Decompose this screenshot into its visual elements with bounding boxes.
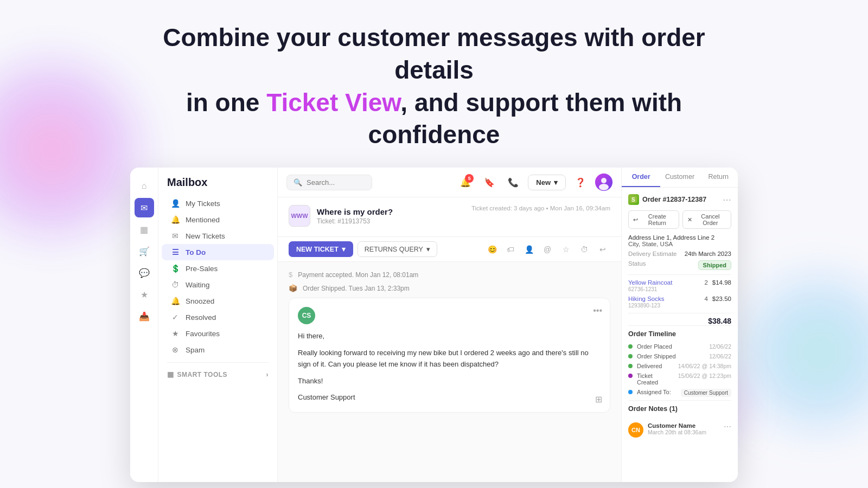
payment-text: Payment accepted. Mon Jan 12, 08:01am <box>298 271 418 279</box>
smart-tools-section[interactable]: ▦ SMART TOOLS › <box>158 367 277 381</box>
mention-icon[interactable]: @ <box>540 242 555 257</box>
cancel-order-label: Cancel Order <box>694 213 726 226</box>
message-text: Hi there, Really looking forward to rece… <box>298 331 601 403</box>
hero-highlight: Ticket View <box>266 88 400 117</box>
order-address: Address Line 1, Address Line 2 City, Sta… <box>628 234 714 247</box>
note-date: March 20th at 08:36am <box>648 429 706 435</box>
sidebar-item-label: Waiting <box>186 281 210 289</box>
order-item-0: Yellow Raincoat 62736-1231 2 $14.98 <box>628 279 731 292</box>
nav-inbox[interactable]: 📥 <box>135 306 154 326</box>
clock-icon[interactable]: ⏱ <box>577 242 592 257</box>
order-item-1: Hiking Socks 1293890-123 4 $23.50 <box>628 296 731 309</box>
timeline-label-1: Order Shipped <box>637 353 705 359</box>
timeline-list: Order Placed 12/06/22 Order Shipped 12/0… <box>628 343 731 397</box>
tab-order[interactable]: Order <box>622 168 660 187</box>
message-header: CS <box>298 307 601 324</box>
item-name-0[interactable]: Yellow Raincoat <box>628 279 700 286</box>
sidebar-item-waiting[interactable]: ⏱ Waiting <box>162 277 274 293</box>
returns-query-label: RETURNS QUERY <box>365 246 423 253</box>
timeline-dot-3 <box>628 374 633 378</box>
my-tickets-icon: 👤 <box>170 199 180 208</box>
sidebar-item-my-tickets[interactable]: 👤 My Tickets <box>162 195 274 211</box>
status-field: Status Shipped <box>628 260 731 270</box>
phone-button[interactable]: 📞 <box>504 173 522 191</box>
sidebar-item-todo[interactable]: ☰ To Do <box>162 244 274 260</box>
sidebar-item-new-tickets[interactable]: ✉ New Tickets <box>162 228 274 244</box>
message-expand-button[interactable]: ⊞ <box>595 394 602 404</box>
timeline-label-2: Delivered <box>637 363 674 369</box>
note-more-icon[interactable]: ⋯ <box>724 422 731 431</box>
address-line1: Address Line 1, Address Line 2 <box>628 234 714 241</box>
timeline-dot-0 <box>628 344 633 349</box>
bookmark-action-icon[interactable]: ☆ <box>558 242 573 257</box>
main-content: 🔍 🔔 5 🔖 📞 New ▾ ❓ <box>278 168 621 482</box>
order-menu-icon[interactable]: ⋯ <box>723 195 731 205</box>
msg-line1: Hi there, <box>298 331 601 342</box>
new-ticket-chevron: ▾ <box>342 245 346 253</box>
sidebar-item-snoozed[interactable]: 🔔 Snoozed <box>162 293 274 309</box>
shipped-text: Order Shipped. Tues Jan 13, 2:33pm <box>303 285 410 292</box>
msg-line3: Thanks! <box>298 376 601 387</box>
smart-tools-label: SMART TOOLS <box>177 371 228 378</box>
create-return-button[interactable]: ↩ Create Return <box>628 210 679 229</box>
nav-mail[interactable]: ✉ <box>135 198 154 217</box>
message-more-button[interactable]: ••• <box>593 306 602 316</box>
bookmark-button[interactable]: 🔖 <box>480 173 499 191</box>
tab-customer[interactable]: Customer <box>660 168 699 187</box>
sidebar-item-mentioned[interactable]: 🔔 Mentioned <box>162 211 274 228</box>
ticket-header: WWW Where is my order? Ticket: #11913753… <box>278 197 621 237</box>
assign-icon[interactable]: 👤 <box>521 242 537 257</box>
search-input[interactable] <box>307 178 365 187</box>
sidebar-item-pre-sales[interactable]: 💲 Pre-Sales <box>162 260 274 277</box>
search-box[interactable]: 🔍 <box>286 175 372 190</box>
message-thread: $ Payment accepted. Mon Jan 12, 08:01am … <box>278 262 621 482</box>
hero-line2-prefix: in one <box>186 88 266 117</box>
item-name-1[interactable]: Hiking Socks <box>628 296 700 302</box>
timeline-item-1: Order Shipped 12/06/22 <box>628 353 731 359</box>
returns-query-chevron: ▾ <box>426 245 430 253</box>
order-notes-header: Order Notes (1) <box>628 400 731 413</box>
item-qty-1: 4 <box>704 296 707 302</box>
note-initials: CN <box>631 427 640 433</box>
cancel-order-button[interactable]: ✕ Cancel Order <box>682 210 731 229</box>
nav-cart[interactable]: 🛒 <box>135 241 154 261</box>
new-button[interactable]: New ▾ <box>528 175 566 190</box>
emoji-icon[interactable]: 😊 <box>484 242 500 257</box>
status-badge: Shipped <box>698 260 731 270</box>
timeline-assignee: Customer Support <box>681 389 731 397</box>
tab-return[interactable]: Return <box>699 168 738 187</box>
timeline-item-0: Order Placed 12/06/22 <box>628 343 731 350</box>
nav-grid[interactable]: ▦ <box>135 220 154 239</box>
timeline-event-shipped: 📦 Order Shipped. Tues Jan 13, 2:33pm <box>289 284 610 292</box>
order-header: S Order #12837-12387 ⋯ <box>628 194 731 205</box>
new-btn-label: New <box>536 178 551 187</box>
svg-text:S: S <box>631 197 635 203</box>
order-section: S Order #12837-12387 ⋯ ↩ Create Return ✕… <box>622 188 738 444</box>
sidebar-title: Mailbox <box>158 176 277 195</box>
refresh-icon[interactable]: ↩ <box>595 242 610 257</box>
sidebar-divider <box>167 362 269 363</box>
user-avatar[interactable] <box>595 174 612 191</box>
waiting-icon: ⏱ <box>170 280 180 289</box>
new-btn-chevron: ▾ <box>554 178 558 187</box>
timeline-event-payment: $ Payment accepted. Mon Jan 12, 08:01am <box>289 271 610 279</box>
panel-tabs: Order Customer Return <box>622 168 738 188</box>
search-icon: 🔍 <box>293 178 302 187</box>
tag-icon[interactable]: 🏷 <box>503 242 518 257</box>
message-avatar: CS <box>298 307 315 324</box>
timeline-dot-1 <box>628 354 633 358</box>
new-ticket-button[interactable]: NEW TICKET ▾ <box>289 241 353 257</box>
help-button[interactable]: ❓ <box>571 173 590 191</box>
nav-chat[interactable]: 💬 <box>135 263 154 282</box>
status-label: Status <box>628 260 646 267</box>
nav-home[interactable]: ⌂ <box>135 176 154 196</box>
spam-icon: ⊗ <box>170 345 180 354</box>
sidebar-item-label: Pre-Sales <box>186 265 218 273</box>
returns-query-button[interactable]: RETURNS QUERY ▾ <box>358 241 437 257</box>
notification-button[interactable]: 🔔 5 <box>456 173 475 191</box>
sidebar-item-spam[interactable]: ⊗ Spam <box>162 342 274 358</box>
sidebar-item-resolved[interactable]: ✓ Resolved <box>162 309 274 325</box>
item-info-1: Hiking Socks 1293890-123 <box>628 296 700 309</box>
sidebar-item-favourites[interactable]: ★ Favourites <box>162 325 274 342</box>
nav-star[interactable]: ★ <box>135 285 154 304</box>
